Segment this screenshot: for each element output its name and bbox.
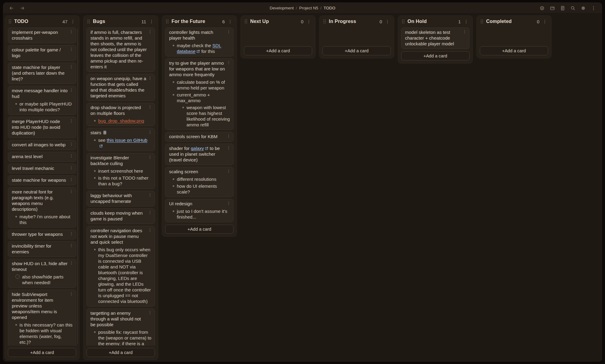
card[interactable]: ⋮model skeleton as test character + chea… <box>401 28 469 49</box>
card-sub-item: is this necessary? can this be hidden wi… <box>12 322 73 345</box>
card[interactable]: ⋮controller lights match player healthma… <box>165 28 234 57</box>
card-menu-icon[interactable]: ⋮ <box>227 134 231 138</box>
card[interactable]: ⋮on weapon unequip, have a function that… <box>87 74 155 101</box>
drag-handle-icon[interactable] <box>166 19 169 24</box>
attachment-link[interactable]: bug_drop_shadow.png <box>98 118 144 123</box>
card[interactable]: ⋮implement per-weapon crosshairs <box>8 28 76 43</box>
card[interactable]: ⋮convert all images to webp <box>8 140 76 150</box>
drag-handle-icon[interactable] <box>244 19 247 24</box>
settings-icon[interactable] <box>580 5 587 11</box>
breadcrumb-board[interactable]: TODO <box>324 6 335 10</box>
drag-handle-icon[interactable] <box>323 19 326 24</box>
external-text-link[interactable]: galaxy <box>191 146 208 151</box>
card[interactable]: ⋮thrower type for weapons <box>8 229 76 239</box>
card-menu-icon[interactable]: ⋮ <box>148 130 152 135</box>
card-menu-icon[interactable]: ⋮ <box>148 155 152 160</box>
card[interactable]: ⋮clouds keep moving when game is paused <box>87 208 155 224</box>
column-menu-icon[interactable]: ⋮ <box>463 19 469 24</box>
card-title: shader for galaxy to be used in planet s… <box>169 145 230 163</box>
column-menu-icon[interactable]: ⋮ <box>385 19 390 24</box>
column-menu-icon[interactable]: ⋮ <box>306 19 312 24</box>
add-card-button[interactable]: +Add a card <box>87 348 155 357</box>
card-menu-icon[interactable]: ⋮ <box>70 65 74 69</box>
back-button[interactable] <box>8 5 15 11</box>
card-menu-icon[interactable]: ⋮ <box>70 177 74 182</box>
archive-icon[interactable] <box>549 5 556 11</box>
card[interactable]: ⋮state machine for player (and others la… <box>8 63 76 84</box>
card-menu-icon[interactable]: ⋮ <box>148 76 152 80</box>
card[interactable]: ⋮hide SubViewport environment for item p… <box>8 290 76 346</box>
card-menu-icon[interactable]: ⋮ <box>70 292 74 296</box>
card[interactable]: ⋮controller navigation does not work in … <box>87 226 155 307</box>
notes-icon[interactable] <box>559 5 566 11</box>
add-card-button[interactable]: +Add a card <box>401 51 469 60</box>
text-segment: just so I don't assume it's finished... <box>177 209 227 219</box>
card[interactable]: ⋮UI redesignjust so I don't assume it's … <box>165 199 234 222</box>
card-menu-icon[interactable]: ⋮ <box>227 201 231 206</box>
card[interactable]: ⋮investigate Blender backface cullingins… <box>87 153 155 189</box>
card[interactable]: ⋮controls screen for KBM <box>165 132 234 142</box>
card-menu-icon[interactable]: ⋮ <box>70 154 74 158</box>
card-menu-icon[interactable]: ⋮ <box>70 243 74 248</box>
card[interactable]: ⋮show HUD on L3, hide after timeoutalso … <box>8 259 76 288</box>
search-icon[interactable] <box>570 5 576 11</box>
checkbox-circle[interactable] <box>15 275 20 279</box>
card-menu-icon[interactable]: ⋮ <box>70 142 74 147</box>
card[interactable]: ⋮try to give the player ammo for weapons… <box>165 58 234 130</box>
card-menu-icon[interactable]: ⋮ <box>227 146 231 150</box>
forward-button[interactable] <box>19 5 26 11</box>
drag-handle-icon[interactable] <box>480 19 483 24</box>
card[interactable]: ⋮scaling screendifferent resolutionshow … <box>165 167 234 197</box>
column-menu-icon[interactable]: ⋮ <box>542 19 548 24</box>
card[interactable]: ⋮more neutral font for paragraph texts (… <box>8 187 76 228</box>
card-menu-icon[interactable]: ⋮ <box>148 228 152 232</box>
card-menu-icon[interactable]: ⋮ <box>148 105 152 109</box>
card-title: clouds keep moving when game is paused <box>90 210 152 222</box>
card-menu-icon[interactable]: ⋮ <box>148 30 152 34</box>
card-menu-icon[interactable]: ⋮ <box>70 47 74 52</box>
card[interactable]: ⋮colour palette for game / logo <box>8 45 76 61</box>
drag-handle-icon[interactable] <box>8 19 11 24</box>
card[interactable]: ⋮targetting an enemy through a wall shou… <box>87 308 155 346</box>
card[interactable]: ⋮level travel mechanic <box>8 164 76 174</box>
more-icon[interactable] <box>590 5 597 11</box>
column-menu-icon[interactable]: ⋮ <box>70 19 76 24</box>
add-card-button[interactable]: +Add a card <box>244 46 312 55</box>
column-scrollbar[interactable] <box>77 28 78 344</box>
card[interactable]: ⋮state machine for weapons <box>8 175 76 185</box>
add-card-button[interactable]: +Add a card <box>8 348 76 357</box>
card[interactable]: ⋮merge PlayerHUD node into HUD node (to … <box>8 117 76 138</box>
drag-handle-icon[interactable] <box>402 19 405 24</box>
card[interactable]: ⋮if ammo is full, characters stands in a… <box>87 28 155 72</box>
drag-handle-icon[interactable] <box>87 19 90 24</box>
add-card-button[interactable]: +Add a card <box>322 46 391 55</box>
card[interactable]: ⋮arena test level <box>8 152 76 162</box>
card-menu-icon[interactable]: ⋮ <box>70 119 74 123</box>
card-menu-icon[interactable]: ⋮ <box>227 30 231 34</box>
column-menu-icon[interactable]: ⋮ <box>149 19 154 24</box>
card-menu-icon[interactable]: ⋮ <box>148 193 152 197</box>
card-menu-icon[interactable]: ⋮ <box>70 261 74 265</box>
add-card-button[interactable]: +Add a card <box>480 46 548 55</box>
add-card-button[interactable]: +Add a card <box>165 225 234 234</box>
card[interactable]: ⋮stairs see this issue on GitHub <box>87 128 155 151</box>
card[interactable]: ⋮move message handler into hudor maybe s… <box>8 86 76 115</box>
card[interactable]: ⋮shader for galaxy to be used in planet … <box>165 144 234 165</box>
new-card-icon[interactable] <box>539 5 545 11</box>
card-menu-icon[interactable]: ⋮ <box>70 88 74 93</box>
breadcrumb-project[interactable]: Project N5 <box>299 6 318 10</box>
card-menu-icon[interactable]: ⋮ <box>227 60 231 65</box>
breadcrumb-development[interactable]: Development <box>270 6 294 10</box>
card-menu-icon[interactable]: ⋮ <box>70 166 74 170</box>
column-menu-icon[interactable]: ⋮ <box>227 19 233 24</box>
card[interactable]: ⋮invincibility timer for enemies <box>8 241 76 257</box>
card-menu-icon[interactable]: ⋮ <box>463 30 467 34</box>
card-menu-icon[interactable]: ⋮ <box>70 30 74 34</box>
card[interactable]: ⋮drop shadow is projected on multiple fl… <box>87 103 155 126</box>
card-menu-icon[interactable]: ⋮ <box>148 310 152 315</box>
card-menu-icon[interactable]: ⋮ <box>227 169 231 174</box>
card-menu-icon[interactable]: ⋮ <box>70 189 74 194</box>
card[interactable]: ⋮laggy behaviour with uncapped framerate <box>87 191 155 206</box>
card-menu-icon[interactable]: ⋮ <box>148 210 152 215</box>
card-menu-icon[interactable]: ⋮ <box>70 232 74 236</box>
